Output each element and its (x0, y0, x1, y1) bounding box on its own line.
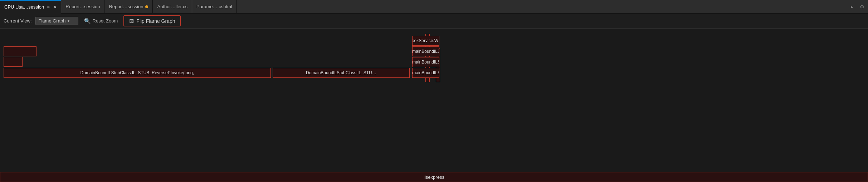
toolbar: Current View: Flame Graph ▾ 🔍 Reset Zoom… (0, 14, 868, 29)
magnifier-icon: 🔍 (84, 18, 91, 24)
flip-label: Flip Flame Graph (136, 18, 175, 24)
tab-label: CPU Usa…session (4, 4, 44, 10)
flip-flame-graph-button[interactable]: ⊠ Flip Flame Graph (123, 15, 181, 26)
view-value: Flame Graph (39, 18, 66, 24)
view-dropdown[interactable]: Flame Graph ▾ (35, 17, 78, 25)
bar-domain-right-small[interactable]: DomainBoundILS… (412, 57, 439, 67)
tab-label: Report…session (109, 4, 143, 9)
flame-graph-area: BookService.W… DomainBoundILS… DomainBou… (0, 29, 868, 182)
bar-small-left-1[interactable] (4, 46, 36, 56)
tab-params-cshtml[interactable]: Parame….cshtml (192, 0, 237, 14)
chevron-down-icon: ▾ (68, 19, 69, 23)
modified-dot (145, 5, 148, 8)
bar-small-left-2[interactable] (4, 57, 23, 67)
reset-zoom-button[interactable]: 🔍 Reset Zoom (82, 17, 120, 25)
tab-report-session-2[interactable]: Report…session (104, 0, 153, 14)
bar-label: DomainBoundILS… (412, 49, 439, 54)
bar-system-web[interactable]: BookService.W… (412, 36, 439, 46)
tab-report-session-1[interactable]: Report…session (61, 0, 104, 14)
bar-domain-mid[interactable]: DomainBoundILStubClass.IL_STU… (273, 68, 410, 78)
iisexpress-label: iisexpress (424, 175, 444, 180)
current-view-label: Current View: (4, 18, 32, 24)
close-icon[interactable]: ✕ (53, 5, 57, 9)
iisexpress-bar[interactable]: iisexpress (0, 172, 868, 182)
bar-label: DomainBoundILStubClass.IL_STUB_ReversePI… (81, 70, 194, 75)
tab-cpu-session[interactable]: CPU Usa…session ⊕ ✕ (0, 0, 61, 14)
flip-icon: ⊠ (129, 17, 134, 24)
bar-book-service[interactable]: DomainBoundILS… (412, 46, 439, 56)
reset-zoom-label: Reset Zoom (93, 18, 118, 24)
bar-label: DomainBoundILS… (412, 70, 439, 75)
tab-author-controller[interactable]: Author…ller.cs (153, 0, 192, 14)
bar-label: DomainBoundILS… (412, 60, 439, 65)
tab-label: Author…ller.cs (157, 4, 187, 9)
bar-domain-right[interactable]: DomainBoundILS… (412, 68, 439, 78)
bar-domain-left[interactable]: DomainBoundILStubClass.IL_STUB_ReversePI… (4, 68, 271, 78)
bar-label: BookService.W… (412, 38, 439, 43)
tab-label: Report…session (65, 4, 100, 9)
bar-label: DomainBoundILStubClass.IL_STU… (306, 70, 376, 75)
tab-bar: CPU Usa…session ⊕ ✕ Report…session Repor… (0, 0, 868, 14)
tab-label: Parame….cshtml (196, 4, 232, 9)
settings-icon[interactable]: ⚙ (856, 4, 868, 10)
pin-icon: ⊕ (47, 5, 50, 9)
tab-overflow-button[interactable]: ▸ (848, 4, 856, 10)
